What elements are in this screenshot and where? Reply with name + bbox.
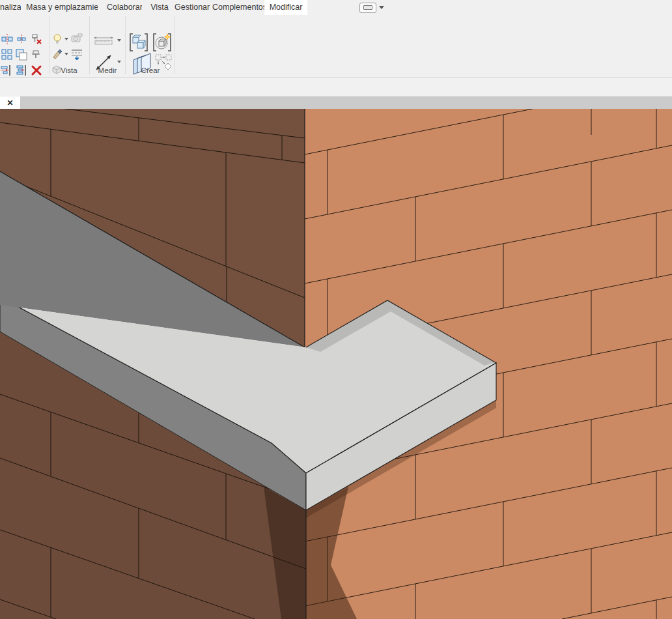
tab-gestionar[interactable]: Gestionar [175, 0, 210, 15]
panel-label-medir[interactable]: Medir [91, 66, 124, 74]
arrange-front-icon[interactable] [16, 49, 27, 61]
tab-complementos[interactable]: Complementos [212, 0, 264, 15]
align-justify-icon[interactable] [16, 65, 29, 76]
paste-cut-icon[interactable] [1, 33, 13, 45]
panel-separator [89, 16, 90, 74]
tab-masa-y-emplazamiento[interactable]: Masa y emplazamiento [26, 0, 98, 15]
chevron-down-icon[interactable] [64, 53, 68, 55]
panel-separator [49, 16, 49, 74]
ribbon-tab-bar: nalizar Masa y emplazamiento Colaborar V… [0, 0, 672, 15]
arrange-grid-icon[interactable] [1, 49, 13, 61]
create-group-icon[interactable] [128, 32, 149, 53]
chevron-down-icon[interactable] [117, 39, 121, 42]
revit-window: { "menu_bar": { "tabs": [ {"label":"nali… [0, 0, 672, 619]
create-similar-icon[interactable] [152, 32, 173, 53]
tab-modificar[interactable]: Modificar [264, 0, 307, 15]
paste-aligned-icon[interactable] [16, 33, 27, 45]
measure-ruler-icon[interactable] [92, 35, 115, 46]
unpin-icon[interactable] [30, 33, 43, 46]
viewport-3d[interactable] [0, 109, 672, 619]
paintbrush-icon[interactable] [52, 48, 63, 60]
panel-label-vista[interactable]: Vista [49, 66, 89, 74]
view-tab-close-button[interactable]: ✕ [0, 96, 20, 109]
tab-analizar[interactable]: nalizar [0, 0, 21, 15]
chevron-down-icon[interactable] [117, 61, 121, 63]
tab-colaborar[interactable]: Colaborar [107, 0, 142, 15]
lightbulb-icon[interactable] [52, 33, 63, 45]
render-view-icon[interactable] [70, 33, 83, 44]
ribbon-state-toggle[interactable] [359, 3, 384, 12]
ribbon: Vista Medir Crear [0, 15, 672, 78]
options-bar [0, 78, 672, 96]
align-right-icon[interactable] [0, 65, 13, 76]
view-tab-bar: ✕ [0, 96, 672, 109]
linework-icon[interactable] [70, 48, 83, 60]
close-icon: ✕ [7, 98, 13, 108]
pin-icon[interactable] [31, 50, 41, 60]
panel-separator [125, 16, 126, 74]
panel-label-crear[interactable]: Crear [128, 66, 173, 74]
panel-separator [174, 16, 175, 74]
ribbon-cycle-icon [359, 3, 376, 13]
viewport-3d-svg[interactable] [0, 109, 672, 619]
chevron-down-icon [379, 6, 384, 9]
chevron-down-icon[interactable] [64, 38, 68, 40]
tab-vista[interactable]: Vista [147, 0, 172, 15]
delete-icon[interactable] [31, 65, 42, 76]
